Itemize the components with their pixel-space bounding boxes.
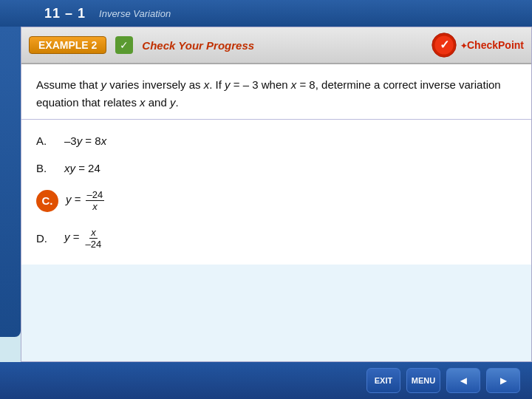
choice-row-b[interactable]: B. xy = 24 xyxy=(36,154,516,182)
choice-label-a: A. xyxy=(36,134,57,147)
choice-content-a: –3y = 8x xyxy=(64,134,106,147)
choice-circle-c: C. xyxy=(36,190,58,212)
main-content-area: EXAMPLE 2 ✓ Check Your Progress ✓ ✦Check… xyxy=(21,27,532,362)
checkpoint-logo: ✓ ✦CheckPoint xyxy=(431,32,524,58)
check-icon: ✓ xyxy=(115,36,133,54)
check-progress-label: Check Your Progress xyxy=(142,39,254,52)
choices-area: A. –3y = 8x B. xy = 24 C. y = –24 x D. y… xyxy=(21,120,531,265)
choice-row-d[interactable]: D. y = x –24 xyxy=(36,219,516,257)
lesson-number: 11 – 1 xyxy=(44,6,86,21)
left-decoration xyxy=(0,27,21,337)
lesson-title: Inverse Variation xyxy=(99,8,171,19)
fraction-c-denominator: x xyxy=(91,201,99,212)
forward-button[interactable]: ▶ xyxy=(486,368,520,393)
checkpoint-text: ✦CheckPoint xyxy=(460,39,524,51)
menu-button[interactable]: MENU xyxy=(406,368,440,393)
choice-content-d: y = x –24 xyxy=(64,227,104,250)
fraction-d: x –24 xyxy=(84,227,103,250)
fraction-d-numerator: x xyxy=(89,227,98,239)
choice-content-b: xy = 24 xyxy=(64,162,100,174)
fraction-d-denominator: –24 xyxy=(84,239,103,250)
example-header-bar: EXAMPLE 2 ✓ Check Your Progress ✓ ✦Check… xyxy=(21,27,531,64)
svg-text:✓: ✓ xyxy=(439,38,449,51)
exit-button[interactable]: EXIT xyxy=(366,368,400,393)
fraction-c-numerator: –24 xyxy=(86,189,105,201)
example-badge: EXAMPLE 2 xyxy=(29,36,106,54)
choice-label-b: B. xyxy=(36,162,57,174)
back-button[interactable]: ◀ xyxy=(446,368,480,393)
choice-row-a[interactable]: A. –3y = 8x xyxy=(36,127,516,154)
choice-label-d: D. xyxy=(36,232,57,245)
question-text: Assume that y varies inversely as x. If … xyxy=(36,76,516,112)
top-banner: 11 – 1 Inverse Variation xyxy=(0,0,532,27)
checkpoint-svg-icon: ✓ xyxy=(431,32,457,58)
bottom-nav-bar: EXIT MENU ◀ ▶ xyxy=(0,362,532,399)
choice-content-c: y = –24 x xyxy=(66,189,106,212)
question-area: Assume that y varies inversely as x. If … xyxy=(21,64,531,120)
fraction-c: –24 x xyxy=(86,189,105,212)
choice-row-c[interactable]: C. y = –24 x xyxy=(36,182,516,219)
